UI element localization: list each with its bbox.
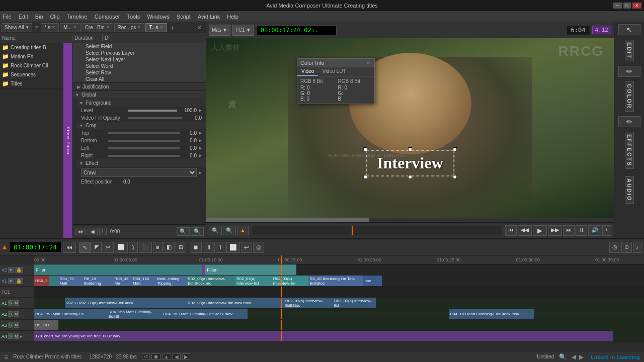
pencil-icon-2[interactable]: ✏ (618, 116, 640, 127)
clip-a1-4[interactable]: R02_03(a) Interview-Ed (333, 298, 376, 308)
bin-item-titles[interactable]: 📁 Titles (0, 79, 72, 88)
effect-zoom-in-btn[interactable]: 🔍 (191, 227, 204, 236)
crop-bottom-arrow[interactable]: ▶ (199, 138, 202, 143)
foreground-header[interactable]: ▼ Foreground (77, 99, 206, 107)
clip-v1-5[interactable]: R05_46 Ma (114, 276, 132, 286)
tl-lift-overwrite[interactable]: ◤ (92, 242, 102, 253)
a3-solo[interactable]: S (8, 322, 13, 328)
color-info-minimize[interactable]: ─ (359, 60, 364, 65)
handle-bm[interactable] (408, 175, 412, 179)
handle-br[interactable] (453, 175, 457, 179)
timeline-ruler[interactable]: 00:00 01:00:05:00 01:00:10:00 01:00:15:0… (34, 255, 644, 264)
maximize-btn[interactable]: □ (623, 3, 631, 9)
justification-row[interactable]: ▶ Justification (73, 83, 206, 91)
show-all-dropdown[interactable]: Show All ▼ (2, 23, 32, 32)
menu-select-word[interactable]: Select Word (73, 63, 206, 69)
go-to-end-btn[interactable]: ⏭ (563, 225, 575, 236)
crop-right-slider[interactable] (108, 155, 180, 157)
a3-mute[interactable]: M (14, 322, 19, 328)
tl-color-correct[interactable]: ◎ (253, 242, 264, 253)
menu-composer[interactable]: Composer (95, 14, 120, 20)
v1-enable[interactable]: V1 (2, 279, 7, 284)
a4-mute[interactable]: M (14, 333, 19, 339)
bin-item-sequences[interactable]: 📁 Sequences (0, 70, 72, 79)
bt-fwd[interactable]: ▶ (182, 353, 190, 360)
tl-overwrite[interactable]: ⬛ (139, 242, 152, 253)
effect-type-arrow[interactable]: ▶ (199, 170, 202, 175)
clip-a4-music[interactable]: 179_chart_we are young we are free_0037.… (34, 331, 613, 341)
loop-btn[interactable]: ⏸ (576, 225, 587, 236)
a2-solo[interactable]: S (8, 311, 13, 317)
step-fwd-btn[interactable]: ▶▶ (548, 225, 562, 236)
track-content-a1[interactable]: R02_0 R02_03(a) Interview-EditStock R02_… (34, 298, 644, 308)
pencil-icon-1[interactable]: ✏ (618, 66, 640, 77)
handle-bl[interactable] (363, 175, 367, 179)
cursor-btn[interactable]: ↖ (618, 24, 640, 35)
bin-item-rockclimber[interactable]: 📁 Rock Climber Cli ✕ (0, 61, 72, 70)
menu-help[interactable]: Help (227, 14, 238, 20)
level-slider[interactable] (128, 110, 177, 112)
clip-a1-1[interactable]: R02_0 R02_03(a) Interview-EditStock (65, 298, 187, 308)
clip-a3-1[interactable]: R9_19 Fi (34, 320, 58, 330)
effect-pause-btn[interactable]: I (99, 228, 107, 235)
clip-v1-9[interactable]: R02_03(a) Interview-Ed (235, 276, 272, 286)
color-info-close[interactable]: ✕ (365, 60, 371, 65)
level-arrow[interactable]: ▶ (199, 108, 202, 113)
pb-zoom-out-btn[interactable]: 🔍 (223, 226, 236, 235)
a4-enable[interactable]: A4 (2, 334, 7, 339)
tl-out-point[interactable]: ⏸ (203, 242, 215, 253)
tab-star-s[interactable]: *.s✕ (41, 23, 59, 32)
play-btn[interactable]: ▶ (533, 225, 547, 236)
crop-left-arrow[interactable]: ▶ (199, 146, 202, 150)
tl-in-point[interactable]: ⏹ (190, 242, 202, 253)
audio-vol-btn[interactable]: 🔊 (588, 225, 601, 236)
track-content-a2[interactable]: R04_153 Matt Climbing-Ed R04_156 Matt Cl… (34, 309, 644, 319)
track-selector[interactable]: TC1 ▼ (232, 25, 254, 36)
title-overlay-container[interactable]: Interview (366, 150, 454, 176)
menu-bin[interactable]: Bin (35, 14, 43, 20)
track-content-v1[interactable]: RS5_3 R04_73 Matt R8_19 Boldering R05_46… (34, 276, 644, 286)
color-tab-videolut[interactable]: Video LUT (318, 67, 350, 76)
menu-file[interactable]: File (3, 14, 12, 20)
bottom-nav-right[interactable]: ▶ (579, 353, 584, 360)
bottom-nav-left[interactable]: ◀ (572, 353, 576, 360)
go-to-start-btn[interactable]: ⏮ (505, 225, 517, 236)
tl-add-marker[interactable]: ⬜ (226, 242, 240, 253)
tl-audio-scrub[interactable]: ♪ (633, 242, 642, 253)
menu-select-row[interactable]: Select Row (73, 69, 206, 76)
clip-v1-1[interactable]: RS5_3 (34, 276, 49, 286)
track-content-a3[interactable]: R9_19 Fi (34, 320, 644, 330)
bt-vol[interactable]: ▲ (162, 353, 171, 360)
edit-label[interactable]: EDIT (625, 40, 634, 61)
crop-top-arrow[interactable]: ▶ (199, 131, 202, 135)
v1-track-btn[interactable]: ▾ (8, 278, 14, 284)
clip-v1-nov[interactable]: nov (363, 276, 381, 286)
tl-render[interactable]: ↩ (241, 242, 252, 253)
tl-snap-btn[interactable]: ⊙ (621, 242, 632, 253)
track-content-a4[interactable]: 179_chart_we are young we are free_0037.… (34, 331, 644, 341)
effect-play-btn[interactable]: ⏮ (75, 228, 86, 235)
pb-marker-btn[interactable]: ▲ (237, 226, 249, 235)
menu-select-next-layer[interactable]: Select Next Layer (73, 56, 206, 63)
color-tab-video[interactable]: Video (297, 67, 318, 76)
tab-t-s[interactable]: T...s✕ (145, 23, 167, 32)
handle-tl[interactable] (363, 147, 367, 151)
clip-a2-4[interactable]: R04_153 Matt Climbing-EditStock.mov (449, 309, 534, 319)
v2-track-btn[interactable]: ▾ (8, 267, 14, 273)
tl-title-tool[interactable]: T (216, 242, 225, 253)
effects-label[interactable]: EFFECTS (625, 132, 634, 169)
video-fill-opacity-slider[interactable] (128, 117, 182, 119)
menu-select-prev-layer[interactable]: Select Previous Layer (73, 50, 206, 56)
minimize-btn[interactable]: ─ (613, 3, 621, 9)
tl-extract-splice[interactable]: ⤵ (129, 242, 138, 253)
preview-scrub-bar[interactable] (252, 226, 502, 235)
clip-v1-6[interactable]: R04_160 Matt (132, 276, 156, 286)
audio-label[interactable]: AUDIO (625, 176, 634, 204)
clip-a1-3[interactable]: R02_03(a) Interview-EditStoc (284, 298, 333, 308)
bt-rew[interactable]: ◀ (173, 353, 181, 360)
global-header[interactable]: ▼ Global (73, 91, 206, 99)
menu-clear-all[interactable]: Clear All (73, 76, 206, 82)
tl-focus-btn[interactable]: ◎ (609, 242, 620, 253)
bin-item-creating[interactable]: 📁 Creating titles B ✕ (0, 43, 72, 52)
v1-sync-lock[interactable]: 🔒 (15, 278, 23, 284)
